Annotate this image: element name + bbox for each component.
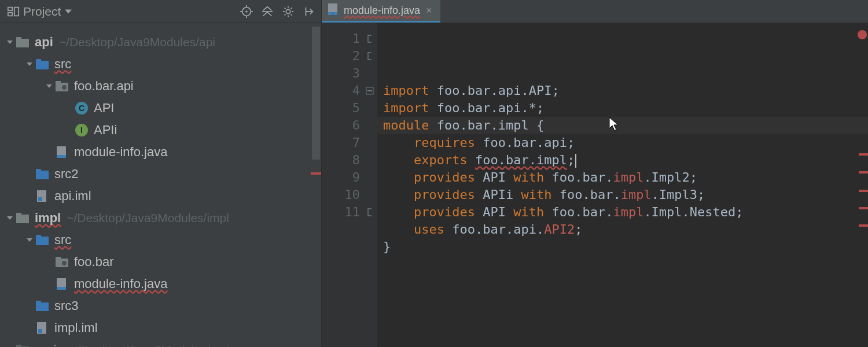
project-tree[interactable]: api~/Desktop/Java9Modules/apisrcfoo.bar.…	[0, 23, 321, 347]
svg-point-18	[62, 85, 67, 90]
package-icon	[54, 257, 69, 267]
module-icon	[15, 345, 30, 347]
svg-rect-40	[16, 345, 21, 347]
tree-node-api-class[interactable]: CAPI	[0, 97, 321, 119]
editor-body: 1234567891011 import foo.bar.api.API;imp…	[322, 23, 868, 347]
svg-rect-28	[36, 237, 49, 245]
tree-node-label: APIi	[94, 123, 117, 138]
tree-node-label: src2	[54, 167, 79, 182]
svg-rect-22	[36, 169, 41, 172]
fold-bracket-icon	[366, 204, 374, 212]
line-number[interactable]: 4	[322, 82, 360, 99]
tree-node-impl-pkg[interactable]: foo.bar	[0, 251, 321, 273]
chevron-down-icon[interactable]	[5, 39, 15, 46]
interface-icon: I	[74, 124, 89, 136]
tree-node-hint: ~/Desktop/Java9Modules/api	[59, 35, 215, 49]
tree-node-label: src3	[54, 298, 79, 313]
folder-blue-icon	[35, 301, 50, 311]
code-line[interactable]: module foo.bar.impl {	[383, 117, 868, 134]
locate-icon[interactable]	[240, 5, 253, 18]
tree-node-api-mod[interactable]: api~/Desktop/Java9Modules/api	[0, 31, 321, 53]
text-caret	[575, 154, 576, 168]
line-number[interactable]: 10	[322, 186, 360, 204]
tree-node-api-modinfo[interactable]: module-info.java	[0, 141, 321, 163]
line-number[interactable]: 9	[322, 169, 360, 186]
line-number[interactable]: 11	[322, 204, 360, 221]
line-number[interactable]: 5	[322, 99, 360, 117]
tree-node-api-src[interactable]: src	[0, 53, 321, 75]
project-view-icon[interactable]	[7, 5, 20, 18]
code-line[interactable]: provides API with foo.bar.impl.Impl2;	[383, 169, 868, 186]
chevron-down-icon[interactable]	[5, 215, 15, 222]
tree-node-label: impl	[35, 211, 61, 226]
chevron-down-icon[interactable]	[24, 61, 35, 68]
line-number[interactable]: 2	[322, 47, 360, 65]
scrollbar-thumb[interactable]	[312, 27, 320, 160]
svg-rect-20	[57, 155, 66, 158]
svg-rect-35	[36, 302, 49, 311]
folder-blue-icon	[35, 59, 50, 69]
hide-icon[interactable]	[303, 5, 315, 18]
svg-rect-26	[16, 213, 21, 216]
svg-rect-24	[38, 197, 42, 201]
gutter[interactable]: 1234567891011	[322, 23, 377, 347]
tree-node-label: foo.bar	[74, 254, 114, 270]
line-number[interactable]: 3	[322, 65, 360, 82]
tree-node-hint: ~/Desktop/Java9Modules/main	[70, 343, 237, 347]
svg-text:J: J	[332, 11, 334, 15]
tree-node-impl-src[interactable]: src	[0, 229, 321, 251]
folder-blue-icon	[35, 169, 50, 179]
svg-rect-14	[36, 61, 49, 69]
line-number[interactable]: 7	[322, 134, 360, 152]
tree-node-api-iface[interactable]: IAPIi	[0, 119, 321, 141]
chevron-down-icon[interactable]	[64, 5, 72, 18]
tree-node-label: main	[35, 342, 64, 347]
tree-node-api-iml[interactable]: api.iml	[0, 185, 321, 207]
tree-node-label: module-info.java	[74, 276, 167, 291]
fold-toggle-icon[interactable]	[366, 82, 374, 90]
tree-node-api-pkg[interactable]: foo.bar.api	[0, 75, 321, 97]
tree-node-label: impl.iml	[54, 320, 98, 335]
fold-bracket-icon	[366, 47, 374, 56]
tree-node-label: module-info.java	[74, 145, 167, 160]
project-title: Project	[23, 5, 61, 19]
project-header: Project	[0, 0, 321, 23]
editor-panel: J module-info.java × 1234567891011 impor…	[322, 0, 868, 347]
svg-point-4	[245, 10, 248, 13]
collapse-all-icon[interactable]	[261, 5, 274, 18]
svg-point-32	[62, 261, 67, 265]
project-scrollbar[interactable]	[312, 27, 320, 327]
code-line[interactable]: import foo.bar.api.API;	[383, 82, 868, 99]
tab-module-info[interactable]: J module-info.java ×	[322, 0, 440, 23]
code-line[interactable]: requires foo.bar.api;	[383, 134, 868, 152]
gear-icon[interactable]	[282, 5, 295, 18]
chevron-down-icon[interactable]	[44, 83, 54, 90]
code-line[interactable]: uses foo.bar.api.API2;	[383, 221, 868, 238]
tree-node-impl-mod[interactable]: impl~/Desktop/Java9Modules/impl	[0, 207, 321, 229]
tab-label: module-info.java	[344, 5, 420, 17]
error-indicator-icon[interactable]	[858, 30, 867, 39]
svg-rect-36	[36, 301, 41, 304]
code-line[interactable]: }	[383, 238, 868, 256]
code-area[interactable]: import foo.bar.api.API;import foo.bar.ap…	[377, 23, 868, 347]
svg-rect-27	[17, 216, 21, 220]
code-line[interactable]: import foo.bar.api.*;	[383, 99, 868, 117]
code-line[interactable]: provides API with foo.bar.impl.Impl.Nest…	[383, 204, 868, 221]
tree-node-impl-src3[interactable]: src3	[0, 295, 321, 317]
svg-rect-31	[56, 257, 61, 260]
project-tool-window: Project api~/Desktop/Java9Modules/apisrc…	[0, 0, 322, 347]
line-number[interactable]: 8	[322, 152, 360, 169]
tree-node-impl-iml[interactable]: impl.iml	[0, 317, 321, 339]
tree-node-label: foo.bar.api	[74, 79, 134, 94]
svg-rect-2	[14, 7, 19, 16]
tree-node-api-src2[interactable]: src2	[0, 163, 321, 185]
code-line[interactable]: exports foo.bar.impl;	[383, 152, 868, 169]
tree-node-impl-modinfo[interactable]: module-info.java	[0, 273, 321, 295]
close-icon[interactable]: ×	[425, 5, 433, 17]
tree-node-label: api	[35, 35, 53, 50]
line-number[interactable]: 6	[322, 117, 360, 134]
chevron-down-icon[interactable]	[24, 237, 35, 243]
code-line[interactable]: provides APIi with foo.bar.impl.Impl3;	[383, 186, 868, 204]
tree-node-main-mod[interactable]: main~/Desktop/Java9Modules/main	[0, 339, 321, 347]
line-number[interactable]: 1	[322, 30, 360, 47]
